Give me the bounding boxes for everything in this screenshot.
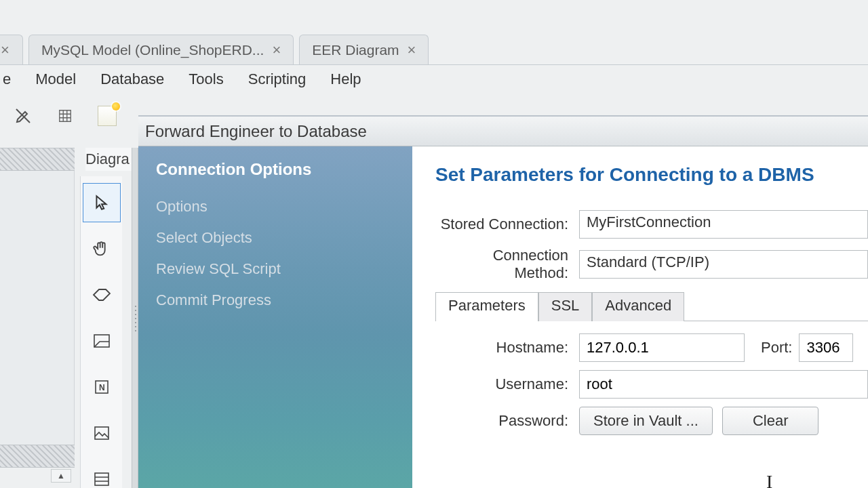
- tab-eer-diagram[interactable]: EER Diagram ×: [299, 35, 429, 64]
- select-value: Standard (TCP/IP): [587, 253, 709, 270]
- clear-button[interactable]: Clear: [722, 407, 819, 435]
- new-note-icon[interactable]: [98, 106, 117, 125]
- subtab-parameters[interactable]: Parameters: [435, 292, 538, 321]
- store-in-vault-button[interactable]: Store in Vault ...: [579, 407, 713, 435]
- tab-strip: × MySQL Model (Online_ShopERD... × EER D…: [0, 26, 868, 65]
- username-input[interactable]: [579, 370, 868, 399]
- wizard-step-review-sql[interactable]: Review SQL Script: [156, 260, 395, 278]
- page-heading: Set Parameters for Connecting to a DBMS: [435, 164, 868, 186]
- select-value: MyFirstConnection: [587, 214, 711, 230]
- menu-model[interactable]: Model: [35, 70, 76, 88]
- connection-subtabs: Parameters SSL Advanced: [435, 291, 868, 321]
- svg-rect-4: [95, 473, 108, 485]
- label-connection-method: Connection Method:: [435, 247, 579, 282]
- stored-connection-select[interactable]: MyFirstConnection: [579, 210, 868, 239]
- wizard-step-options[interactable]: Options: [156, 198, 395, 216]
- wizard-step-select-objects[interactable]: Select Objects: [156, 229, 395, 247]
- subtab-ssl[interactable]: SSL: [538, 292, 593, 321]
- tab-mysql-model[interactable]: MySQL Model (Online_ShopERD... ×: [28, 35, 294, 64]
- menu-item[interactable]: e: [3, 70, 11, 88]
- port-input[interactable]: [799, 333, 853, 362]
- svg-text:N: N: [99, 383, 105, 392]
- svg-rect-3: [95, 427, 108, 439]
- panel-strip: [0, 171, 75, 445]
- menu-help[interactable]: Help: [330, 70, 361, 88]
- menu-tools[interactable]: Tools: [189, 70, 223, 88]
- panel-grip-bottom[interactable]: [0, 445, 75, 468]
- layer-tool-icon[interactable]: [83, 321, 121, 361]
- tool-palette: N: [80, 176, 122, 488]
- menu-scripting[interactable]: Scripting: [248, 70, 307, 88]
- close-icon[interactable]: ×: [272, 41, 281, 59]
- arrow-glyph: ▲: [57, 471, 65, 481]
- panel-grip-top[interactable]: [0, 148, 75, 171]
- wizard-step-connection-options[interactable]: Connection Options: [156, 160, 395, 179]
- menubar: e Model Database Tools Scripting Help: [0, 65, 868, 94]
- hostname-input[interactable]: [579, 333, 745, 362]
- splitter-handle[interactable]: [132, 148, 138, 488]
- label-password: Password:: [435, 412, 579, 430]
- label-hostname: Hostname:: [435, 339, 579, 357]
- dialog-content: Set Parameters for Connecting to a DBMS …: [412, 146, 868, 488]
- note-tool-icon[interactable]: N: [83, 367, 121, 407]
- pencil-slash-icon[interactable]: [14, 106, 33, 125]
- table-tool-icon[interactable]: [83, 460, 121, 488]
- dialog-title: Forward Engineer to Database: [138, 117, 868, 146]
- close-icon[interactable]: ×: [408, 41, 416, 59]
- label-stored-connection: Stored Connection:: [435, 216, 579, 233]
- eraser-tool-icon[interactable]: [83, 275, 121, 314]
- panel-header-diagram: Diagra: [85, 148, 134, 171]
- pointer-tool-icon[interactable]: [83, 183, 121, 222]
- forward-engineer-dialog: Forward Engineer to Database Connection …: [138, 115, 868, 488]
- tab-home[interactable]: ×: [0, 35, 23, 64]
- tab-label: EER Diagram: [312, 42, 399, 58]
- image-tool-icon[interactable]: [83, 413, 121, 453]
- connection-method-select[interactable]: Standard (TCP/IP): [579, 250, 868, 279]
- hand-tool-icon[interactable]: [83, 229, 121, 268]
- close-icon[interactable]: ×: [1, 41, 9, 59]
- wizard-steps: Connection Options Options Select Object…: [138, 146, 412, 488]
- subtab-advanced[interactable]: Advanced: [592, 292, 684, 321]
- wizard-step-commit-progress[interactable]: Commit Progress: [156, 291, 395, 309]
- collapse-arrow-icon[interactable]: ▲: [51, 469, 71, 483]
- menu-database[interactable]: Database: [100, 70, 164, 88]
- label-username: Username:: [435, 375, 579, 393]
- label-port: Port:: [761, 339, 792, 357]
- tab-label: MySQL Model (Online_ShopERD...: [41, 42, 264, 58]
- grid-icon[interactable]: [56, 106, 75, 125]
